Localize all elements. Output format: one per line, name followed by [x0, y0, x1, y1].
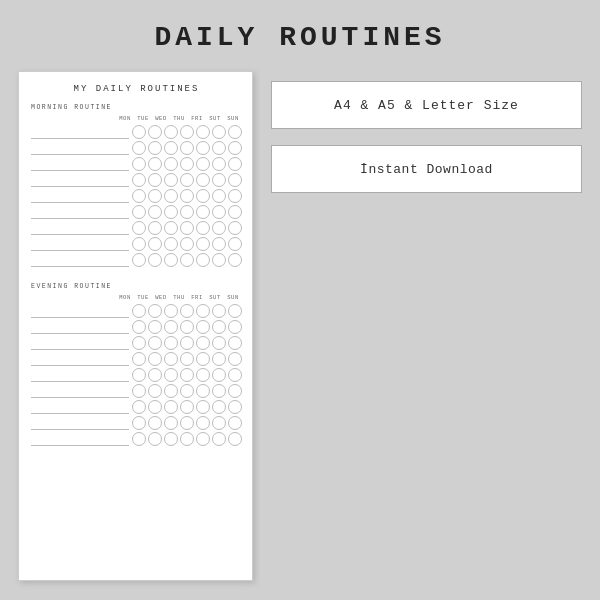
table-row: [31, 320, 242, 334]
table-row: [31, 221, 242, 235]
evening-rows: [31, 304, 242, 446]
day-fri: FRI: [189, 115, 205, 122]
download-label: İnstant Download: [360, 162, 493, 177]
table-row: [31, 384, 242, 398]
table-row: [31, 416, 242, 430]
day-mon-eve: MON: [117, 294, 133, 301]
info-panel: A4 & A5 & Letter Size İnstant Download: [271, 81, 582, 193]
day-wed-eve: WED: [153, 294, 169, 301]
content-area: MY DAILY ROUTINES MORNING ROUTINE MON TU…: [0, 71, 600, 581]
evening-days-header: MON TUE WED THU FRI SUT SUN: [31, 294, 242, 301]
table-row: [31, 173, 242, 187]
day-sut: SUT: [207, 115, 223, 122]
table-row: [31, 432, 242, 446]
size-info-box: A4 & A5 & Letter Size: [271, 81, 582, 129]
morning-days-header: MON TUE WED THU FRI SUT SUN: [31, 115, 242, 122]
day-mon: MON: [117, 115, 133, 122]
day-tue: TUE: [135, 115, 151, 122]
table-row: [31, 157, 242, 171]
day-thu: THU: [171, 115, 187, 122]
day-sun: SUN: [225, 115, 241, 122]
table-row: [31, 400, 242, 414]
day-wed: WED: [153, 115, 169, 122]
day-thu-eve: THU: [171, 294, 187, 301]
download-info-box[interactable]: İnstant Download: [271, 145, 582, 193]
planner-title: MY DAILY ROUTINES: [31, 84, 242, 94]
table-row: [31, 304, 242, 318]
day-tue-eve: TUE: [135, 294, 151, 301]
day-sun-eve: SUN: [225, 294, 241, 301]
table-row: [31, 352, 242, 366]
table-row: [31, 237, 242, 251]
table-row: [31, 253, 242, 267]
day-sut-eve: SUT: [207, 294, 223, 301]
morning-section-label: MORNING ROUTINE: [31, 104, 242, 111]
size-label: A4 & A5 & Letter Size: [334, 98, 519, 113]
table-row: [31, 368, 242, 382]
table-row: [31, 189, 242, 203]
day-fri-eve: FRI: [189, 294, 205, 301]
evening-section-label: EVENING ROUTINE: [31, 283, 242, 290]
table-row: [31, 205, 242, 219]
planner-card: MY DAILY ROUTINES MORNING ROUTINE MON TU…: [18, 71, 253, 581]
table-row: [31, 125, 242, 139]
morning-rows: [31, 125, 242, 267]
page-title: DAILY ROUTINES: [154, 22, 445, 53]
table-row: [31, 336, 242, 350]
table-row: [31, 141, 242, 155]
